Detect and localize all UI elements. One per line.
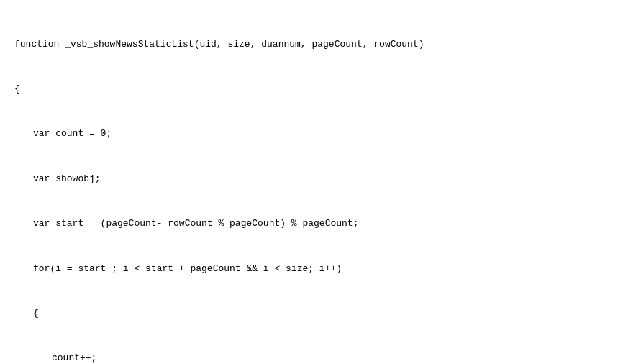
code-line-3: var count = 0; xyxy=(14,127,609,142)
code-text: for(i = start ; i < start + pageCount &&… xyxy=(33,263,342,274)
code-viewer: function _vsb_showNewsStaticList(uid, si… xyxy=(14,7,609,364)
code-text: { xyxy=(14,83,20,94)
code-line-4: var showobj; xyxy=(14,172,609,187)
code-line-8: count++; xyxy=(14,351,609,364)
code-text: { xyxy=(33,308,39,319)
code-text: count++; xyxy=(52,352,96,363)
code-line-5: var start = (pageCount- rowCount % pageC… xyxy=(14,217,609,232)
code-text: var count = 0; xyxy=(33,128,112,139)
code-line-1: function _vsb_showNewsStaticList(uid, si… xyxy=(14,37,609,53)
code-text: function _vsb_showNewsStaticList(uid, si… xyxy=(14,39,424,50)
code-line-2: { xyxy=(14,82,609,97)
code-text: var showobj; xyxy=(33,173,101,184)
code-line-7: { xyxy=(14,306,609,322)
code-text: var start = (pageCount- rowCount % pageC… xyxy=(33,218,358,229)
code-line-6: for(i = start ; i < start + pageCount &&… xyxy=(14,262,609,277)
